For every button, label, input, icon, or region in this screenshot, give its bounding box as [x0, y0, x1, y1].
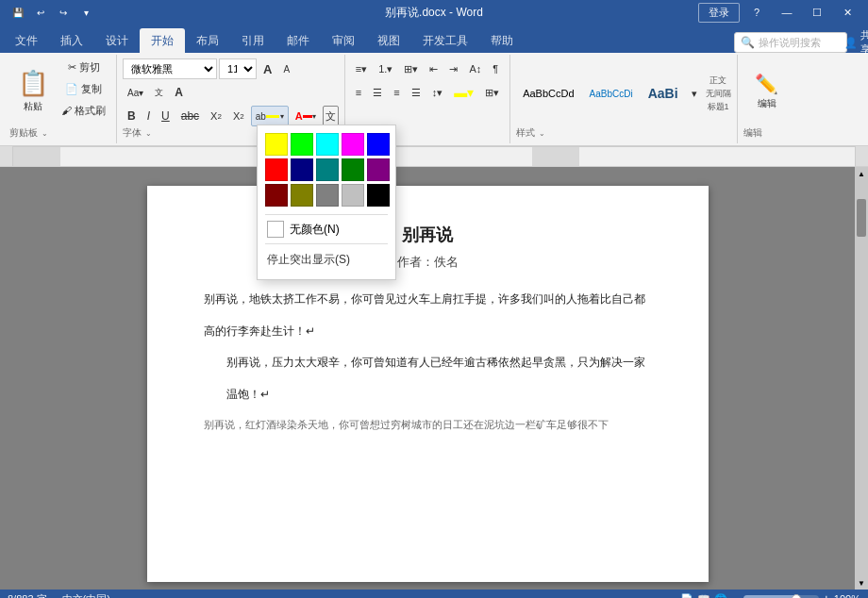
maximize-button[interactable]: ☐ [804, 0, 830, 25]
color-swatch-000000[interactable] [367, 184, 390, 207]
scroll-thumb[interactable] [857, 199, 866, 237]
color-swatch-008000[interactable] [342, 158, 364, 181]
line-spacing-button[interactable]: ↕▾ [427, 82, 448, 103]
bold-button[interactable]: B [123, 106, 141, 126]
cut-button[interactable]: ✂ 剪切 [57, 57, 110, 77]
font-color-arrow[interactable]: ▾ [312, 112, 316, 121]
font-color-button[interactable]: A ▾ [291, 106, 321, 126]
clipboard-expand-icon[interactable]: ⌄ [42, 129, 48, 138]
font-a-button[interactable]: A [170, 82, 188, 103]
color-swatch-800000[interactable] [265, 184, 288, 207]
redo-button[interactable]: ↪ [53, 2, 74, 23]
editing-button[interactable]: ✏️ 编辑 [743, 60, 791, 123]
color-swatch-00ffff[interactable] [316, 133, 339, 156]
zoom-in-button[interactable]: + [823, 591, 830, 598]
zoom-slider-thumb[interactable] [792, 594, 801, 598]
undo-button[interactable]: ↩ [30, 2, 51, 23]
format-painter-button[interactable]: 🖌 格式刷 [57, 100, 110, 121]
tab-help[interactable]: 帮助 [479, 28, 525, 53]
ruler-right-margin [855, 146, 868, 166]
highlight-color-button[interactable]: ab ▾ [251, 106, 289, 126]
doc-para-1[interactable]: 别再说，地铁太挤工作不易，你可曾见过火车上肩扛手提，许多我们叫的人拖着比自己都 [204, 290, 652, 310]
color-swatch-000080[interactable] [291, 158, 313, 181]
numbering-button[interactable]: 1.▾ [374, 58, 397, 79]
subscript-button[interactable]: X2 [206, 106, 226, 126]
doc-para-3[interactable]: 别再说，压力太大艰辛，你可曾知道有人已经年逾古稀依然起早贪黑，只为解决一家 [204, 353, 652, 374]
web-view-icon[interactable]: 🌐 [714, 593, 727, 599]
tab-home[interactable]: 开始 [140, 28, 185, 53]
border-button[interactable]: ⊞▾ [480, 82, 504, 103]
share-button[interactable]: 👤 共享 [847, 32, 868, 53]
vertical-scrollbar[interactable]: ▲ ▼ [855, 167, 868, 590]
no-color-option[interactable]: 无颜色(N) [265, 219, 388, 240]
sort-button[interactable]: A↕ [464, 58, 486, 79]
doc-para-2[interactable]: 高的行李奔赴生计！↵ [204, 322, 652, 342]
char-border-button[interactable]: 文 [323, 106, 339, 126]
align-right-button[interactable]: ≡ [389, 82, 404, 103]
tab-file[interactable]: 文件 [4, 28, 49, 53]
increase-indent-button[interactable]: ⇥ [444, 58, 462, 79]
color-swatch-ffff00[interactable] [265, 133, 288, 156]
paste-button[interactable]: 📋 粘贴 [9, 57, 57, 125]
multilevel-button[interactable]: ⊞▾ [399, 58, 423, 79]
italic-button[interactable]: I [142, 106, 155, 126]
tab-mail[interactable]: 邮件 [275, 28, 321, 53]
underline-button[interactable]: U [157, 106, 175, 126]
color-swatch-ff0000[interactable] [265, 158, 288, 181]
font-size-select[interactable]: 11 [219, 58, 257, 79]
superscript-button[interactable]: X2 [228, 106, 249, 126]
show-marks-button[interactable]: ¶ [488, 58, 503, 79]
color-swatch-ff00ff[interactable] [342, 133, 364, 156]
styles-expand-icon[interactable]: ⌄ [539, 129, 545, 138]
bullets-button[interactable]: ≡▾ [351, 58, 372, 79]
tab-insert[interactable]: 插入 [49, 28, 94, 53]
zoom-out-button[interactable]: − [731, 591, 739, 598]
color-swatch-00ff00[interactable] [291, 133, 313, 156]
style-nospace-button[interactable]: AaBbCcDi [583, 83, 640, 104]
color-swatch-008080[interactable] [316, 158, 339, 181]
align-center-button[interactable]: ☰ [368, 82, 387, 103]
tab-review[interactable]: 审阅 [321, 28, 366, 53]
tab-references[interactable]: 引用 [230, 28, 275, 53]
font-shrink-button[interactable]: A [278, 58, 294, 79]
doc-para-5[interactable]: 别再说，红灯酒绿染杀天地，你可曾想过穷树城市的日工还在泥坑边一栏矿车足够很不下 [204, 416, 652, 435]
doc-scroll-area[interactable]: 别再说 作者：佚名 别再说，地铁太挤工作不易，你可曾见过火车上肩扛手提，许多我们… [0, 167, 855, 590]
clear-format-button[interactable]: Aa▾ [123, 82, 148, 103]
tab-view[interactable]: 视图 [366, 28, 411, 53]
scroll-down-button[interactable]: ▼ [855, 576, 868, 590]
layout-view-icon[interactable]: 📄 [680, 593, 693, 599]
shading-button[interactable]: ▬▾ [449, 82, 478, 103]
tab-design[interactable]: 设计 [94, 28, 140, 53]
color-swatch-c0c0c0[interactable] [342, 184, 364, 207]
doc-para-4[interactable]: 温饱！↵ [204, 385, 652, 406]
style-h1-button[interactable]: AaBi [642, 83, 685, 104]
strikethrough-button[interactable]: abc [176, 106, 204, 126]
color-swatch-800080[interactable] [367, 158, 390, 181]
login-button[interactable]: 登录 [698, 3, 740, 23]
color-swatch-808080[interactable] [316, 184, 339, 207]
customize-qa-button[interactable]: ▾ [75, 2, 96, 23]
justify-button[interactable]: ☰ [407, 82, 426, 103]
search-bar[interactable]: 🔍 操作说明搜索 [734, 32, 847, 53]
color-swatch-808000[interactable] [291, 184, 313, 207]
font-name-select[interactable]: 微软雅黑 [123, 58, 217, 79]
save-button[interactable]: 💾 [8, 2, 28, 23]
tab-developer[interactable]: 开发工具 [411, 28, 479, 53]
decrease-indent-button[interactable]: ⇤ [425, 58, 442, 79]
minimize-button[interactable]: — [774, 0, 800, 25]
align-left-button[interactable]: ≡ [351, 82, 366, 103]
close-button[interactable]: ✕ [834, 0, 860, 25]
stop-highlight-option[interactable]: 停止突出显示(S) [265, 248, 388, 272]
font-grow-button[interactable]: A [259, 58, 276, 79]
read-view-icon[interactable]: 📖 [697, 593, 710, 599]
styles-more-button[interactable]: ▾ [687, 83, 702, 104]
style-normal-button[interactable]: AaBbCcDd [516, 83, 580, 104]
help-icon[interactable]: ? [743, 0, 770, 25]
font-expand-icon[interactable]: ⌄ [145, 129, 152, 138]
highlight-dropdown-arrow[interactable]: ▾ [280, 112, 284, 121]
tab-layout[interactable]: 布局 [185, 28, 230, 53]
color-swatch-0000ff[interactable] [367, 133, 390, 156]
scroll-up-button[interactable]: ▲ [855, 167, 868, 180]
phonetic-button[interactable]: 文 [150, 82, 168, 103]
copy-button[interactable]: 📄 复制 [57, 78, 110, 99]
